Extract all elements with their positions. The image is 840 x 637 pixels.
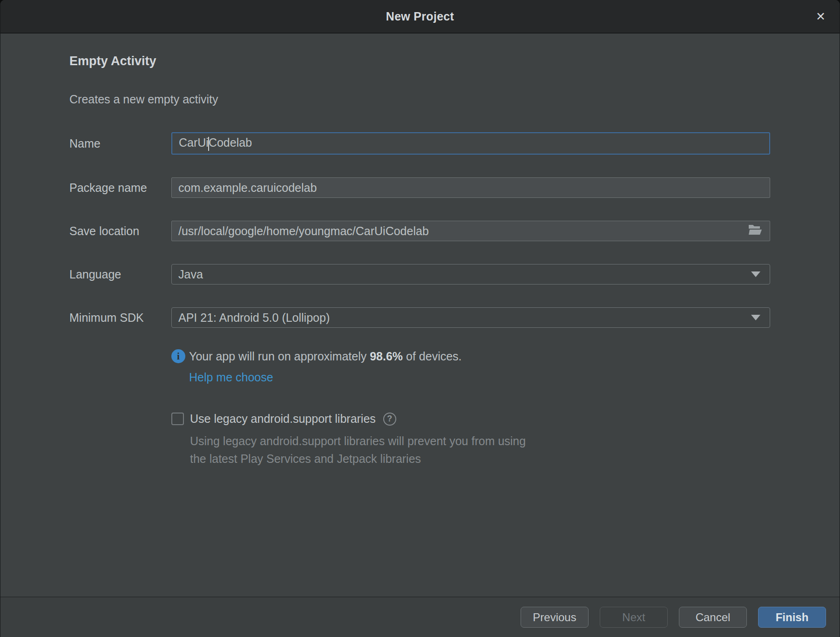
page-subtitle: Creates a new empty activity <box>69 93 770 106</box>
info-icon: i <box>171 349 185 363</box>
name-label: Name <box>69 137 171 150</box>
dialog-titlebar: New Project ✕ <box>0 0 840 34</box>
name-input[interactable]: CarUiCodelab <box>171 132 770 155</box>
package-name-input[interactable]: com.example.caruicodelab <box>171 177 770 198</box>
sdk-coverage-info: i Your app will run on approximately 98.… <box>171 348 770 364</box>
help-icon[interactable]: ? <box>383 413 396 426</box>
dropdown-arrow-icon <box>751 271 760 277</box>
help-me-choose-link[interactable]: Help me choose <box>189 371 273 384</box>
save-location-value: /usr/local/google/home/youngmac/CarUiCod… <box>178 224 748 238</box>
previous-button[interactable]: Previous <box>521 607 589 628</box>
minimum-sdk-dropdown[interactable]: API 21: Android 5.0 (Lollipop) <box>171 307 770 328</box>
project-form: Name CarUiCodelab Package name com.examp… <box>69 132 770 328</box>
language-label: Language <box>69 268 171 281</box>
package-name-label: Package name <box>69 181 171 195</box>
legacy-libraries-row: Use legacy android.support libraries ? <box>171 412 770 426</box>
close-icon[interactable]: ✕ <box>814 9 827 24</box>
minimum-sdk-label: Minimum SDK <box>69 311 171 325</box>
finish-button[interactable]: Finish <box>758 607 826 628</box>
language-dropdown[interactable]: Java <box>171 264 770 285</box>
dialog-content: Empty Activity Creates a new empty activ… <box>0 34 840 596</box>
cancel-button[interactable]: Cancel <box>679 607 747 628</box>
package-name-value: com.example.caruicodelab <box>178 181 763 195</box>
minimum-sdk-value: API 21: Android 5.0 (Lollipop) <box>178 311 751 325</box>
language-value: Java <box>178 268 751 281</box>
page-title: Empty Activity <box>69 54 770 68</box>
sdk-coverage-text: Your app will run on approximately 98.6%… <box>189 348 462 364</box>
dialog-footer: Previous Next Cancel Finish <box>0 596 840 637</box>
dropdown-arrow-icon <box>751 315 760 320</box>
legacy-libraries-description: Using legacy android.support libraries w… <box>190 432 770 468</box>
legacy-libraries-label[interactable]: Use legacy android.support libraries <box>190 412 376 426</box>
name-input-value: CarUiCodelab <box>179 136 763 150</box>
save-location-label: Save location <box>69 224 171 238</box>
dialog-title: New Project <box>386 10 454 23</box>
legacy-libraries-checkbox[interactable] <box>171 413 184 425</box>
save-location-input[interactable]: /usr/local/google/home/youngmac/CarUiCod… <box>171 221 770 241</box>
next-button[interactable]: Next <box>600 607 668 628</box>
new-project-dialog: New Project ✕ Empty Activity Creates a n… <box>0 0 840 637</box>
folder-browse-icon[interactable] <box>748 224 762 238</box>
